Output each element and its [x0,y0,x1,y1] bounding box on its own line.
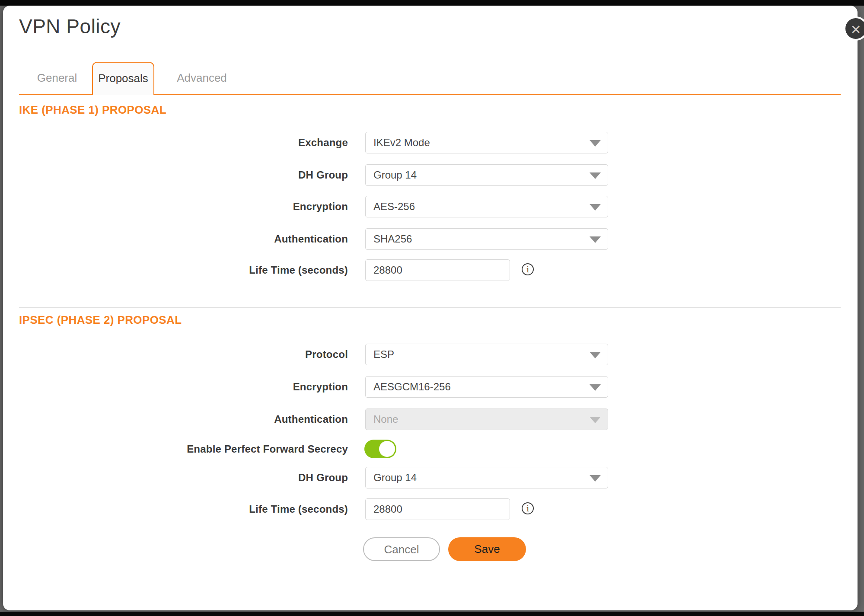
life-time-input[interactable] [365,259,510,281]
caret-down-icon [590,140,601,147]
ipsec-life-time-input[interactable] [365,498,510,520]
caret-down-icon [590,384,601,391]
caret-down-icon [590,475,601,482]
ipsec-dh-group-label: DH Group [3,467,348,488]
exchange-select[interactable]: IKEv2 Mode [365,132,608,153]
form-row-ipsec-authentication: Authentication None [3,409,858,430]
section-divider [19,307,841,308]
life-time-label: Life Time (seconds) [3,259,348,281]
toggle-knob [379,441,395,457]
encryption-label: Encryption [3,196,348,217]
caret-down-icon [590,236,601,243]
encryption-value: AES-256 [373,201,415,212]
exchange-value: IKEv2 Mode [373,137,430,148]
authentication-value: SHA256 [373,233,412,245]
ipsec-authentication-label: Authentication [3,409,348,430]
info-icon[interactable]: i [522,263,534,275]
exchange-label: Exchange [3,132,348,153]
ipsec-encryption-label: Encryption [3,376,348,398]
protocol-select[interactable]: ESP [365,344,608,365]
ipsec-authentication-select: None [365,409,608,430]
ipsec-encryption-select[interactable]: AESGCM16-256 [365,376,608,398]
encryption-select[interactable]: AES-256 [365,196,608,217]
tab-advanced[interactable]: Advanced [167,62,236,94]
form-row-pfs: Enable Perfect Forward Secrecy [3,440,858,458]
ipsec-dh-group-select[interactable]: Group 14 [365,467,608,488]
authentication-label: Authentication [3,228,348,250]
vpn-policy-dialog: VPN Policy General Proposals Advanced IK… [3,6,858,610]
caret-down-icon [590,204,601,211]
ipsec-life-time-label: Life Time (seconds) [3,498,348,520]
protocol-value: ESP [373,348,394,360]
form-row-authentication: Authentication SHA256 [3,228,858,250]
tab-proposals[interactable]: Proposals [92,62,154,95]
ipsec-encryption-value: AESGCM16-256 [373,381,451,393]
cancel-button[interactable]: Cancel [363,537,440,561]
section-heading-ike-phase1: IKE (PHASE 1) PROPOSAL [19,103,166,117]
section-heading-ipsec-phase2: IPSEC (PHASE 2) PROPOSAL [19,313,182,327]
dialog-title: VPN Policy [19,13,121,39]
save-button[interactable]: Save [448,537,526,561]
form-row-life-time: Life Time (seconds) i [3,259,858,281]
caret-down-icon [590,417,601,423]
caret-down-icon [590,352,601,358]
ipsec-authentication-value: None [373,413,398,425]
form-row-ipsec-encryption: Encryption AESGCM16-256 [3,376,858,398]
pfs-toggle[interactable] [364,440,396,458]
dh-group-value: Group 14 [373,169,417,181]
protocol-label: Protocol [3,344,348,365]
caret-down-icon [590,172,601,179]
form-row-dh-group: DH Group Group 14 [3,164,858,186]
info-icon[interactable]: i [522,502,534,514]
form-row-encryption: Encryption AES-256 [3,196,858,217]
form-row-protocol: Protocol ESP [3,344,858,365]
form-row-ipsec-life-time: Life Time (seconds) i [3,498,858,520]
authentication-select[interactable]: SHA256 [365,228,608,250]
tab-general[interactable]: General [20,62,94,94]
close-icon[interactable]: ✕ [844,16,864,41]
form-row-ipsec-dh-group: DH Group Group 14 [3,467,858,488]
form-row-exchange: Exchange IKEv2 Mode [3,132,858,153]
ipsec-dh-group-value: Group 14 [373,472,417,483]
pfs-label: Enable Perfect Forward Secrecy [3,440,348,458]
dh-group-label: DH Group [3,164,348,186]
dh-group-select[interactable]: Group 14 [365,164,608,186]
